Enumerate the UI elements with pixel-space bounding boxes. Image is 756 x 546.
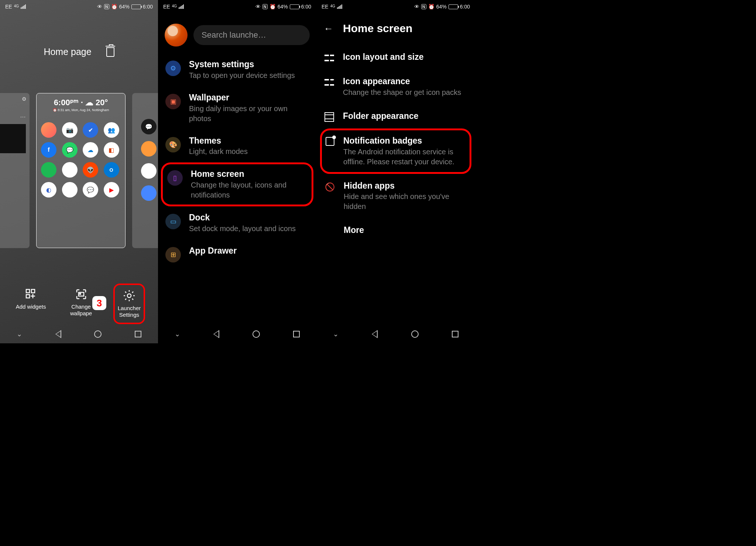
launcher-settings-button[interactable]: Launcher Settings [113, 284, 145, 324]
row-title: System settings [189, 59, 309, 70]
row-sub: Tap to open your device settings [189, 71, 309, 80]
nav-home-icon[interactable] [411, 330, 419, 338]
row-icon-layout[interactable]: Icon layout and size [316, 45, 475, 69]
row-folder-appearance[interactable]: Folder appearance [316, 104, 475, 128]
svg-point-5 [127, 294, 131, 298]
panel-home-overview: EE 4G 👁 N ⏰ 64% 6:00 Home page ⚙ , Sean … [0, 0, 158, 343]
app-icon-simplenote[interactable]: ◐ [41, 182, 56, 198]
avatar[interactable] [165, 24, 188, 47]
app-icon-playstore[interactable]: ▶ [62, 182, 78, 198]
app-icon-reddit[interactable]: 👽 [83, 162, 98, 178]
app-icon-files[interactable] [141, 141, 157, 157]
grid-icon [324, 53, 334, 63]
row-system-settings[interactable]: ⚙ System settings Tap to open your devic… [158, 53, 316, 86]
row-more[interactable]: More [316, 218, 475, 242]
app-icon-nord[interactable] [141, 185, 157, 201]
nav-back-icon[interactable] [55, 330, 61, 338]
nav-arrows[interactable]: ← → [0, 170, 26, 176]
row-app-drawer[interactable]: ⊞ App Drawer [158, 240, 316, 268]
row-sub: Set dock mode, layout and icons [189, 224, 309, 234]
page-preview-main[interactable]: 6:00ᵖᵐ · ☁ 20° ⏰ 8:31 am, Mon, Aug 24, N… [36, 93, 126, 248]
row-sub: The Android notification service is offl… [343, 147, 466, 167]
battery-pct: 64% [278, 4, 288, 10]
launcher-settings-label: Launcher Settings [118, 305, 141, 318]
row-hidden-apps[interactable]: 🚫 Hidden apps Hide and see which ones yo… [316, 174, 475, 219]
page-preview-right[interactable]: 💬 [132, 93, 158, 248]
app-icon-facebook[interactable]: f [41, 142, 56, 158]
row-title: Wallpaper [189, 92, 309, 103]
app-icon-teams[interactable]: 👥 [104, 122, 119, 138]
row-title: Notification badges [343, 135, 466, 146]
page-title: Home screen [343, 22, 412, 35]
nav-recent-icon[interactable] [293, 331, 300, 337]
gear-icon[interactable]: ⚙ [22, 96, 27, 102]
nav-recent-icon[interactable] [452, 331, 458, 337]
panel-home-screen-settings: EE 4G 👁 N ⏰ 64% 6:00 ← Home screen Icon … [316, 0, 475, 343]
nav-chevron-icon[interactable]: ⌄ [175, 330, 180, 338]
nav-home-icon[interactable] [252, 330, 260, 338]
row-home-screen[interactable]: ▯ Home screen Change the layout, icons a… [161, 162, 313, 206]
clock-time: 6:00ᵖᵐ · ☁ 20° [41, 98, 121, 107]
app-icon-messenger[interactable]: 💬 [83, 182, 98, 198]
nav-chevron-icon[interactable]: ⌄ [333, 330, 339, 338]
app-icon-slack[interactable]: ✱ [62, 162, 78, 178]
app-icon-outlook[interactable]: O [104, 162, 119, 178]
back-arrow-icon[interactable]: ← [324, 23, 333, 34]
row-sub: Change the layout, icons and notificatio… [191, 180, 307, 200]
nav-home-icon[interactable] [94, 330, 102, 338]
nav-recent-icon[interactable] [135, 331, 141, 337]
nav-back-icon[interactable] [372, 330, 378, 338]
row-title: Icon appearance [343, 76, 467, 87]
change-wallpaper-button[interactable]: Change wallpape [70, 288, 92, 320]
clock-widget: 6:00ᵖᵐ · ☁ 20° ⏰ 8:31 am, Mon, Aug 24, N… [41, 98, 121, 112]
more-icon[interactable]: … [0, 112, 26, 119]
app-icon-todo[interactable]: ✔ [83, 122, 98, 138]
app-icon-gallery[interactable] [41, 122, 56, 138]
app-icon-whatsapp[interactable]: 💬 [62, 142, 78, 158]
wallpaper-icon [75, 288, 87, 301]
network-type: 4G [14, 4, 19, 8]
row-notification-badges[interactable]: Notification badges The Android notifica… [320, 128, 471, 174]
row-title: More [344, 225, 467, 236]
overview-header: Home page [0, 47, 158, 57]
row-title: Icon layout and size [343, 52, 467, 62]
signal-icon [21, 4, 26, 9]
app-icon-onedrive[interactable]: ☁ [83, 142, 98, 158]
row-wallpaper[interactable]: ▣ Wallpaper Bing daily images or your ow… [158, 86, 316, 130]
palette-icon: 🎨 [165, 137, 181, 152]
status-bar: EE 4G 👁 N ⏰ 64% 6:00 [0, 0, 158, 13]
eye-icon: 👁 [414, 4, 419, 10]
gear-icon [123, 289, 135, 302]
add-widgets-button[interactable]: Add widgets [16, 288, 46, 320]
app-icon-spotify[interactable] [41, 162, 56, 178]
page-preview-left[interactable]: ⚙ , Sean … ee events ngs from hool? Sign… [0, 93, 30, 248]
eye-icon: 👁 [97, 4, 102, 10]
row-title: Hidden apps [344, 181, 467, 191]
page-title: Home page [44, 47, 91, 57]
grid-icon: ⊞ [165, 247, 181, 262]
nfc-icon: N [421, 4, 426, 9]
app-icon-maps[interactable] [141, 163, 157, 179]
row-title: Themes [189, 135, 309, 146]
widgets-icon [25, 288, 37, 301]
page-previews: ⚙ , Sean … ee events ngs from hool? Sign… [0, 93, 158, 248]
app-icon-messages[interactable]: 💬 [141, 119, 157, 134]
app-icon-office[interactable]: ◧ [104, 142, 119, 158]
row-dock[interactable]: ▭ Dock Set dock mode, layout and icons [158, 206, 316, 240]
trash-icon[interactable] [106, 47, 114, 57]
app-icon-youtube[interactable]: ▶ [104, 182, 119, 198]
nav-back-icon[interactable] [213, 330, 219, 338]
row-sub: Change the shape or get icon packs [343, 87, 467, 97]
nfc-icon: N [262, 4, 268, 9]
network-type: 4G [172, 4, 177, 8]
nav-chevron-icon[interactable]: ⌄ [17, 330, 22, 338]
row-icon-appearance[interactable]: Icon appearance Change the shape or get … [316, 69, 475, 104]
app-icon-camera[interactable]: 📷 [62, 122, 78, 138]
row-themes[interactable]: 🎨 Themes Light, dark modes [158, 130, 316, 163]
row-sub: Bing daily images or your own photos [189, 104, 309, 124]
shapes-icon [324, 78, 334, 87]
badge-icon [326, 137, 334, 146]
signal-icon [179, 4, 184, 9]
search-input[interactable]: Search launche… [193, 25, 310, 45]
nav-bar: ⌄ [158, 325, 316, 343]
